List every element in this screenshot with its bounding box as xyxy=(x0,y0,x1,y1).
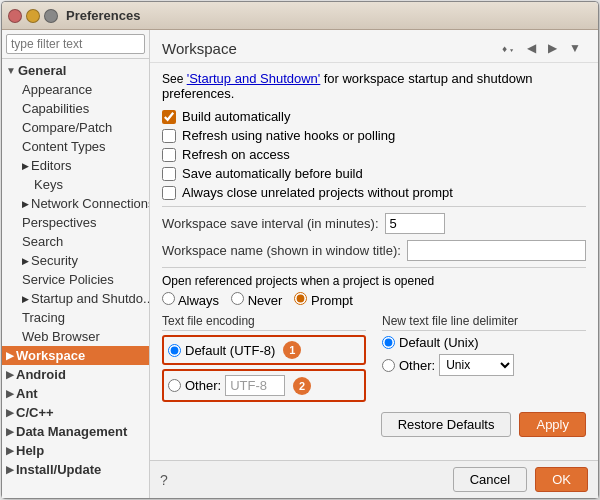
open-projects-label: Open referenced projects when a project … xyxy=(162,274,586,288)
open-prompt-radio[interactable] xyxy=(294,292,307,305)
refresh-access-label: Refresh on access xyxy=(182,147,290,162)
text-encoding-title: Text file encoding xyxy=(162,314,366,331)
sidebar-item-startup-shutdown[interactable]: ▶Startup and Shutdo... xyxy=(2,289,149,308)
sidebar-item-compare-patch[interactable]: Compare/Patch xyxy=(2,118,149,137)
filter-input[interactable] xyxy=(6,34,145,54)
cancel-button[interactable]: Cancel xyxy=(453,467,527,492)
refresh-access-checkbox[interactable] xyxy=(162,148,176,162)
help-arrow: ▶ xyxy=(6,445,14,456)
default-utf8-label: Default (UTF-8) xyxy=(185,343,275,358)
panel-title: Workspace xyxy=(162,40,237,57)
save-before-label: Save automatically before build xyxy=(182,166,363,181)
default-unix-radio[interactable] xyxy=(382,336,395,349)
footer: ? Cancel OK xyxy=(150,460,598,498)
build-auto-row: Build automatically xyxy=(162,109,586,124)
sidebar-item-network-connection[interactable]: ▶Network Connections xyxy=(2,194,149,213)
ant-arrow: ▶ xyxy=(6,388,14,399)
preferences-window: Preferences ▼ General Appearance Capabil… xyxy=(1,1,599,499)
sidebar-item-data-management[interactable]: ▶ Data Management xyxy=(2,422,149,441)
workspace-name-label: Workspace name (shown in window title): xyxy=(162,243,401,258)
build-auto-checkbox[interactable] xyxy=(162,110,176,124)
refresh-native-row: Refresh using native hooks or polling xyxy=(162,128,586,143)
install-arrow: ▶ xyxy=(6,464,14,475)
sidebar-item-appearance[interactable]: Appearance xyxy=(2,80,149,99)
other-encoding-input[interactable] xyxy=(225,375,285,396)
sidebar-item-capabilities[interactable]: Capabilities xyxy=(2,99,149,118)
sidebar-item-content-types[interactable]: Content Types xyxy=(2,137,149,156)
sidebar-item-security[interactable]: ▶Security xyxy=(2,251,149,270)
sidebar-item-service-policies[interactable]: Service Policies xyxy=(2,270,149,289)
open-always-radio[interactable] xyxy=(162,292,175,305)
close-unrelated-row: Always close unrelated projects without … xyxy=(162,185,586,200)
footer-right: Cancel OK xyxy=(453,467,588,492)
default-encoding-box: Default (UTF-8) 1 xyxy=(162,335,366,365)
sidebar-item-ant[interactable]: ▶ Ant xyxy=(2,384,149,403)
refresh-native-label: Refresh using native hooks or polling xyxy=(182,128,395,143)
panel-header: Workspace ⬧▾ ◀ ▶ ▼ xyxy=(150,30,598,63)
restore-defaults-button[interactable]: Restore Defaults xyxy=(381,412,512,437)
build-auto-label: Build automatically xyxy=(182,109,290,124)
sidebar-item-install-update[interactable]: ▶ Install/Update xyxy=(2,460,149,479)
general-label: General xyxy=(18,63,66,78)
text-encoding-col: Text file encoding Default (UTF-8) 1 Oth… xyxy=(162,314,366,402)
other-unix-select[interactable]: Unix Windows Mac xyxy=(439,354,514,376)
sidebar-item-workspace[interactable]: ▶ Workspace xyxy=(2,346,149,365)
window-title: Preferences xyxy=(66,8,140,23)
restore-apply-row: Restore Defaults Apply xyxy=(162,412,586,437)
open-projects-radios: Always Never Prompt xyxy=(162,292,586,308)
save-before-checkbox[interactable] xyxy=(162,167,176,181)
startup-text: See 'Startup and Shutdown' for workspace… xyxy=(162,71,586,101)
workspace-name-input[interactable] xyxy=(407,240,586,261)
open-always-label: Always xyxy=(162,292,219,308)
sidebar-item-tracing[interactable]: Tracing xyxy=(2,308,149,327)
right-panel: Workspace ⬧▾ ◀ ▶ ▼ See 'Startup and Shut… xyxy=(150,30,598,498)
nav-forward-button[interactable]: ⬧▾ xyxy=(496,38,520,58)
save-interval-input[interactable] xyxy=(385,213,445,234)
other-encoding-box: Other: 2 xyxy=(162,369,366,402)
nav-dropdown-button[interactable]: ▼ xyxy=(564,38,586,58)
maximize-button[interactable] xyxy=(44,9,58,23)
data-mgmt-arrow: ▶ xyxy=(6,426,14,437)
editors-arrow: ▶ xyxy=(22,161,29,171)
sidebar: ▼ General Appearance Capabilities Compar… xyxy=(2,30,150,498)
minimize-button[interactable] xyxy=(26,9,40,23)
default-utf8-radio[interactable] xyxy=(168,344,181,357)
open-prompt-label: Prompt xyxy=(294,292,353,308)
c-cpp-arrow: ▶ xyxy=(6,407,14,418)
startup-arrow: ▶ xyxy=(22,294,29,304)
sidebar-item-android[interactable]: ▶ Android xyxy=(2,365,149,384)
save-interval-row: Workspace save interval (in minutes): xyxy=(162,213,586,234)
other-unix-row: Other: Unix Windows Mac xyxy=(382,354,586,376)
open-never-radio[interactable] xyxy=(231,292,244,305)
close-unrelated-label: Always close unrelated projects without … xyxy=(182,185,453,200)
refresh-native-checkbox[interactable] xyxy=(162,129,176,143)
android-arrow: ▶ xyxy=(6,369,14,380)
help-button[interactable]: ? xyxy=(160,472,168,488)
titlebar: Preferences xyxy=(2,2,598,30)
sidebar-item-c-cpp[interactable]: ▶ C/C++ xyxy=(2,403,149,422)
workspace-name-row: Workspace name (shown in window title): xyxy=(162,240,586,261)
other-unix-label: Other: xyxy=(399,358,435,373)
other-encoding-radio[interactable] xyxy=(168,379,181,392)
ok-button[interactable]: OK xyxy=(535,467,588,492)
sidebar-item-keys[interactable]: Keys xyxy=(2,175,149,194)
other-unix-radio[interactable] xyxy=(382,359,395,372)
sidebar-item-general[interactable]: ▼ General xyxy=(2,61,149,80)
sidebar-item-web-browser[interactable]: Web Browser xyxy=(2,327,149,346)
sidebar-item-editors[interactable]: ▶Editors xyxy=(2,156,149,175)
workspace-arrow: ▶ xyxy=(6,350,14,361)
startup-link[interactable]: 'Startup and Shutdown' xyxy=(187,71,321,86)
encoding-section: Text file encoding Default (UTF-8) 1 Oth… xyxy=(162,314,586,402)
open-never-label: Never xyxy=(231,292,282,308)
sidebar-item-search[interactable]: Search xyxy=(2,232,149,251)
apply-button[interactable]: Apply xyxy=(519,412,586,437)
sidebar-item-perspectives[interactable]: Perspectives xyxy=(2,213,149,232)
line-delimiter-title: New text file line delimiter xyxy=(382,314,586,331)
panel-nav: ⬧▾ ◀ ▶ ▼ xyxy=(496,38,586,58)
close-button[interactable] xyxy=(8,9,22,23)
general-arrow: ▼ xyxy=(6,65,16,76)
nav-next-button[interactable]: ▶ xyxy=(543,38,562,58)
sidebar-item-help[interactable]: ▶ Help xyxy=(2,441,149,460)
nav-back-button[interactable]: ◀ xyxy=(522,38,541,58)
close-unrelated-checkbox[interactable] xyxy=(162,186,176,200)
